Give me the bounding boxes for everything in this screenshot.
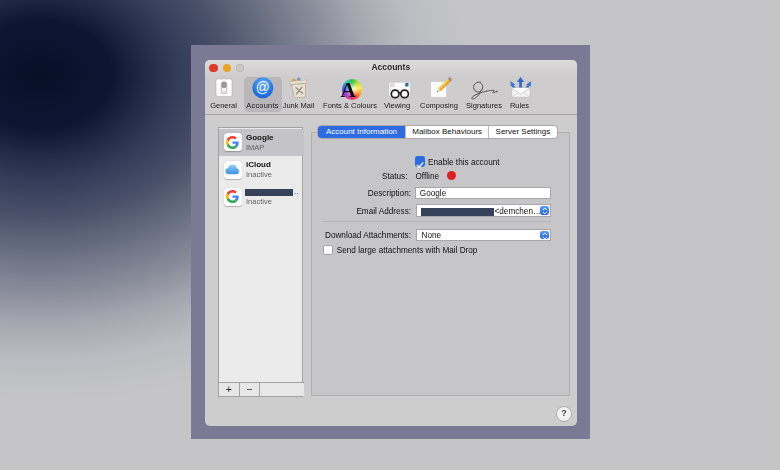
svg-text:@: @ — [255, 79, 269, 95]
